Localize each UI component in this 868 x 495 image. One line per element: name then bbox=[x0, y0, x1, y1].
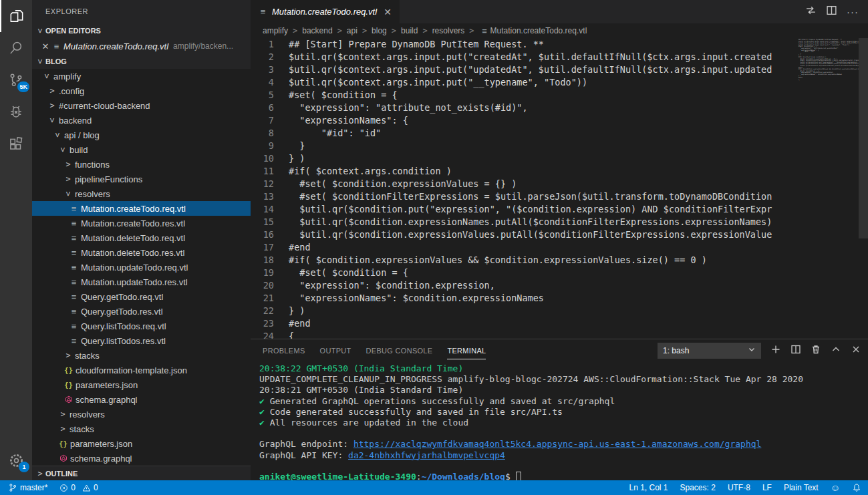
code-line[interactable]: 6 "expression": "attribute_not_exists(#i… bbox=[251, 102, 799, 114]
open-editor-item[interactable]: ✕ ≡ Mutation.createTodo.req.vtl amplify/… bbox=[32, 38, 251, 54]
breadcrumb-item-resolvers[interactable]: resolvers bbox=[432, 26, 465, 35]
code-line[interactable]: 11#if( $context.args.condition ) bbox=[251, 165, 799, 178]
terminal-link[interactable]: da2-4nbhxhfwyjarhalbmvpelvcqp4 bbox=[348, 450, 505, 460]
tree-item-Mutation.createTodo.req.vtl[interactable]: ≡Mutation.createTodo.req.vtl bbox=[32, 201, 251, 216]
tree-item-#current-cloud-backend[interactable]: >#current-cloud-backend bbox=[32, 98, 251, 113]
tree-item-Query.getTodo.res.vtl[interactable]: ≡Query.getTodo.res.vtl bbox=[32, 304, 251, 319]
code-line[interactable]: 19 #set( $condition = { bbox=[251, 267, 799, 279]
tree-item-resolvers[interactable]: >resolvers bbox=[32, 407, 251, 422]
tree-item-schema.graphql[interactable]: schema.graphql bbox=[32, 451, 251, 466]
tree-item-stacks[interactable]: >stacks bbox=[32, 348, 251, 363]
panel-tab-terminal[interactable]: TERMINAL bbox=[447, 342, 486, 359]
breadcrumb-item-amplify[interactable]: amplify bbox=[263, 26, 288, 35]
outline-section-header[interactable]: > OUTLINE bbox=[32, 466, 251, 480]
panel-tab-problems[interactable]: PROBLEMS bbox=[263, 342, 305, 359]
panel-tab-debug-console[interactable]: DEBUG CONSOLE bbox=[366, 342, 433, 359]
manage-gear-icon[interactable]: 1 bbox=[0, 444, 32, 476]
encoding[interactable]: UTF-8 bbox=[728, 483, 750, 492]
problems-indicator[interactable]: 0 0 bbox=[59, 483, 98, 492]
code-line[interactable]: 23#end bbox=[251, 317, 799, 330]
code-line[interactable]: 16 $util.qr($condition.expressionValues.… bbox=[251, 228, 799, 241]
tree-item-Mutation.updateTodo.req.vtl[interactable]: ≡Mutation.updateTodo.req.vtl bbox=[32, 260, 251, 275]
debug-icon[interactable] bbox=[0, 96, 32, 128]
cursor-position[interactable]: Ln 1, Col 1 bbox=[629, 483, 668, 492]
tree-item-Mutation.createTodo.res.vtl[interactable]: ≡Mutation.createTodo.res.vtl bbox=[32, 216, 251, 230]
extensions-icon[interactable] bbox=[0, 128, 32, 160]
scrollbar-thumb[interactable] bbox=[859, 38, 868, 238]
tree-item-pipelineFunctions[interactable]: >pipelineFunctions bbox=[32, 172, 251, 186]
tree-item-api / blog[interactable]: >api / blog bbox=[32, 128, 251, 142]
tree-item-Query.listTodos.req.vtl[interactable]: ≡Query.listTodos.req.vtl bbox=[32, 319, 251, 333]
breadcrumb-file[interactable]: ≡Mutation.createTodo.req.vtl bbox=[479, 26, 587, 36]
minimap[interactable]: ## [Start] Prepare DynamoDB PutItem Requ… bbox=[799, 38, 859, 339]
new-terminal-icon[interactable] bbox=[770, 344, 781, 357]
code-line[interactable]: 3$util.qr($context.args.input.put("updat… bbox=[251, 63, 799, 76]
code-line[interactable]: 8 "#id": "id" bbox=[251, 127, 799, 140]
tree-item-Query.listTodos.res.vtl[interactable]: ≡Query.listTodos.res.vtl bbox=[32, 333, 251, 348]
tree-item-schema.graphql[interactable]: schema.graphql bbox=[32, 392, 251, 407]
code-line[interactable]: 13 #set( $conditionFilterExpressions = $… bbox=[251, 190, 799, 203]
open-editors-header[interactable]: > OPEN EDITORS bbox=[32, 23, 251, 38]
code-line[interactable]: 10} ) bbox=[251, 152, 799, 165]
code-line[interactable]: 4$util.qr($context.args.input.put("__typ… bbox=[251, 76, 799, 89]
maximize-panel-icon[interactable] bbox=[831, 344, 841, 357]
editor-scrollbar[interactable] bbox=[859, 38, 868, 339]
folder-section-header[interactable]: > BLOG bbox=[32, 54, 251, 69]
open-changes-icon[interactable] bbox=[805, 5, 817, 19]
close-panel-icon[interactable] bbox=[851, 344, 861, 357]
source-control-icon[interactable]: 5K bbox=[0, 64, 32, 96]
tree-item-parameters.json[interactable]: {}parameters.json bbox=[32, 377, 251, 392]
search-icon[interactable] bbox=[0, 32, 32, 64]
tree-item-cloudformation-template.json[interactable]: {}cloudformation-template.json bbox=[32, 363, 251, 377]
close-icon[interactable]: ✕ bbox=[40, 41, 51, 51]
code-line[interactable]: 24{ bbox=[251, 330, 799, 339]
split-terminal-icon[interactable] bbox=[790, 344, 801, 357]
panel-tab-output[interactable]: OUTPUT bbox=[320, 342, 351, 359]
breadcrumb-item-backend[interactable]: backend bbox=[302, 26, 332, 35]
tree-item-Mutation.updateTodo.res.vtl[interactable]: ≡Mutation.updateTodo.res.vtl bbox=[32, 275, 251, 289]
code-line[interactable]: 7 "expressionNames": { bbox=[251, 114, 799, 127]
terminal-shell-select[interactable]: 1: bash bbox=[658, 343, 761, 359]
code-line[interactable]: 17#end bbox=[251, 241, 799, 254]
tab-close-icon[interactable]: ✕ bbox=[382, 7, 393, 17]
code-line[interactable]: 18#if( $condition.expressionValues && $c… bbox=[251, 254, 799, 267]
code-line[interactable]: 21 "expressionNames": $condition.express… bbox=[251, 292, 799, 305]
notifications-bell-icon[interactable] bbox=[852, 483, 861, 492]
tree-item-Mutation.deleteTodo.req.vtl[interactable]: ≡Mutation.deleteTodo.req.vtl bbox=[32, 230, 251, 245]
code-line[interactable]: 2$util.qr($context.args.input.put("creat… bbox=[251, 51, 799, 63]
tab-mutation-createtodo-req-vtl[interactable]: ≡ Mutation.createTodo.req.vtl ✕ bbox=[251, 0, 400, 23]
language-mode[interactable]: Plain Text bbox=[784, 483, 819, 492]
code-line[interactable]: 22} ) bbox=[251, 305, 799, 317]
tree-item-functions[interactable]: >functions bbox=[32, 157, 251, 172]
code-line[interactable]: 5#set( $condition = { bbox=[251, 89, 799, 102]
kill-terminal-trash-icon[interactable] bbox=[811, 344, 821, 357]
tree-item-Query.getTodo.req.vtl[interactable]: ≡Query.getTodo.req.vtl bbox=[32, 289, 251, 304]
breadcrumb-item-api[interactable]: api bbox=[347, 26, 357, 35]
code-line[interactable]: 12 #set( $condition.expressionValues = {… bbox=[251, 178, 799, 190]
code-line[interactable]: 14 $util.qr($condition.put("expression",… bbox=[251, 203, 799, 216]
tree-item-amplify[interactable]: >amplify bbox=[32, 69, 251, 84]
git-branch-indicator[interactable]: master* bbox=[8, 483, 47, 492]
tree-item-stacks[interactable]: >stacks bbox=[32, 422, 251, 436]
breadcrumb-item-blog[interactable]: blog bbox=[372, 26, 387, 35]
code-line[interactable]: 9 } bbox=[251, 140, 799, 152]
feedback-smiley-icon[interactable]: ☺ bbox=[831, 482, 840, 493]
code-line[interactable]: 15 $util.qr($condition.expressionNames.p… bbox=[251, 216, 799, 228]
code-line[interactable]: 20 "expression": $condition.expression, bbox=[251, 279, 799, 292]
breadcrumb-item-build[interactable]: build bbox=[401, 26, 418, 35]
tree-item-Mutation.deleteTodo.res.vtl[interactable]: ≡Mutation.deleteTodo.res.vtl bbox=[32, 245, 251, 260]
explorer-icon[interactable] bbox=[0, 0, 32, 32]
tree-item-build[interactable]: >build bbox=[32, 142, 251, 157]
tree-item-backend[interactable]: >backend bbox=[32, 113, 251, 128]
terminal-output[interactable]: 20:38:22 GMT+0530 (India Standard Time)U… bbox=[251, 361, 868, 480]
indentation[interactable]: Spaces: 2 bbox=[680, 483, 716, 492]
code-editor[interactable]: 1## [Start] Prepare DynamoDB PutItem Req… bbox=[251, 38, 868, 339]
tree-item-parameters.json[interactable]: {}parameters.json bbox=[32, 436, 251, 451]
split-editor-icon[interactable] bbox=[826, 5, 837, 19]
eol-sequence[interactable]: LF bbox=[762, 483, 772, 492]
tree-item-resolvers[interactable]: >resolvers bbox=[32, 186, 251, 201]
code-line[interactable]: 1## [Start] Prepare DynamoDB PutItem Req… bbox=[251, 38, 799, 51]
tree-item-.config[interactable]: >.config bbox=[32, 84, 251, 98]
terminal-link[interactable]: https://xaclqzwymfdkvamaq4onlt5kc4.appsy… bbox=[353, 439, 761, 449]
more-actions-icon[interactable]: ··· bbox=[847, 6, 859, 17]
